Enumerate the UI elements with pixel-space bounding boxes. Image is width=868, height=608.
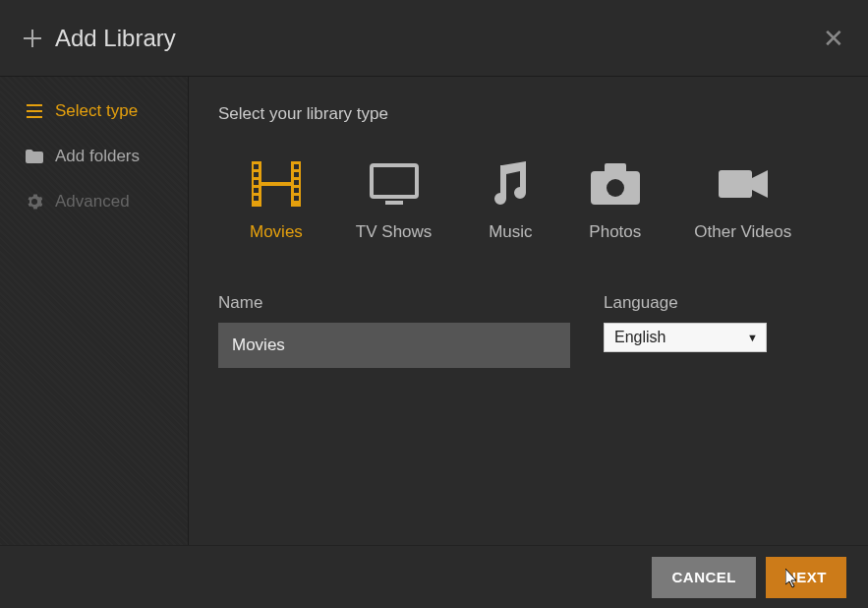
- type-label: TV Shows: [356, 222, 432, 242]
- cancel-button[interactable]: CANCEL: [652, 557, 756, 598]
- svg-rect-16: [605, 163, 626, 173]
- add-library-dialog: Add Library ✕ Select type Add folders: [0, 0, 868, 608]
- list-icon: [26, 104, 43, 118]
- sidebar-item-select-type[interactable]: Select type: [0, 89, 188, 134]
- dialog-body: Select type Add folders Advanced Select …: [0, 77, 868, 545]
- type-label: Photos: [589, 222, 641, 242]
- library-type-row: Movies TV Shows Music: [250, 161, 839, 242]
- type-label: Other Videos: [694, 222, 791, 242]
- svg-rect-7: [294, 164, 299, 169]
- dialog-title: Add Library: [55, 25, 176, 52]
- plus-icon: [24, 30, 41, 47]
- svg-rect-9: [294, 180, 299, 185]
- sidebar-item-advanced: Advanced: [0, 179, 188, 224]
- form-row: Name Language English ▼: [218, 293, 839, 368]
- type-tv-shows[interactable]: TV Shows: [356, 161, 432, 242]
- svg-rect-2: [254, 164, 259, 169]
- svg-rect-4: [254, 180, 259, 185]
- svg-rect-6: [254, 196, 259, 201]
- gear-icon: [26, 194, 43, 210]
- svg-rect-10: [294, 188, 299, 193]
- sidebar-item-label: Select type: [55, 101, 138, 121]
- svg-rect-18: [719, 170, 752, 198]
- svg-rect-13: [372, 165, 417, 197]
- name-label: Name: [218, 293, 570, 313]
- close-icon[interactable]: ✕: [823, 26, 844, 51]
- type-other-videos[interactable]: Other Videos: [694, 161, 791, 242]
- language-select[interactable]: English ▼: [604, 323, 767, 352]
- name-input[interactable]: [218, 323, 570, 368]
- svg-rect-14: [385, 201, 403, 205]
- svg-rect-8: [294, 172, 299, 177]
- camera-icon: [590, 161, 641, 207]
- next-button[interactable]: NEXT: [766, 557, 846, 598]
- tv-icon: [369, 161, 420, 207]
- film-icon: [251, 161, 302, 207]
- type-photos[interactable]: Photos: [589, 161, 641, 242]
- language-field-group: Language English ▼: [604, 293, 767, 368]
- sidebar-item-label: Add folders: [55, 147, 140, 166]
- sidebar-item-add-folders[interactable]: Add folders: [0, 134, 188, 179]
- type-music[interactable]: Music: [485, 161, 536, 242]
- name-field-group: Name: [218, 293, 570, 368]
- type-label: Movies: [250, 222, 303, 242]
- section-title: Select your library type: [218, 104, 839, 124]
- chevron-down-icon: ▼: [747, 332, 758, 343]
- main-panel: Select your library type Movies TV Shows: [189, 77, 868, 545]
- svg-rect-12: [261, 182, 291, 186]
- svg-point-17: [607, 179, 624, 197]
- sidebar-item-label: Advanced: [55, 192, 130, 212]
- language-value: English: [614, 329, 665, 346]
- svg-rect-5: [254, 188, 259, 193]
- svg-rect-3: [254, 172, 259, 177]
- folder-icon: [26, 150, 43, 163]
- dialog-footer: CANCEL NEXT: [0, 545, 868, 608]
- language-label: Language: [604, 293, 767, 313]
- type-movies[interactable]: Movies: [250, 161, 303, 242]
- mouse-cursor-icon: [785, 569, 799, 591]
- video-icon: [718, 161, 769, 207]
- dialog-header: Add Library ✕: [0, 0, 868, 77]
- music-icon: [485, 161, 536, 207]
- header-left: Add Library: [24, 25, 176, 52]
- sidebar: Select type Add folders Advanced: [0, 77, 189, 545]
- svg-rect-11: [294, 196, 299, 201]
- type-label: Music: [489, 222, 532, 242]
